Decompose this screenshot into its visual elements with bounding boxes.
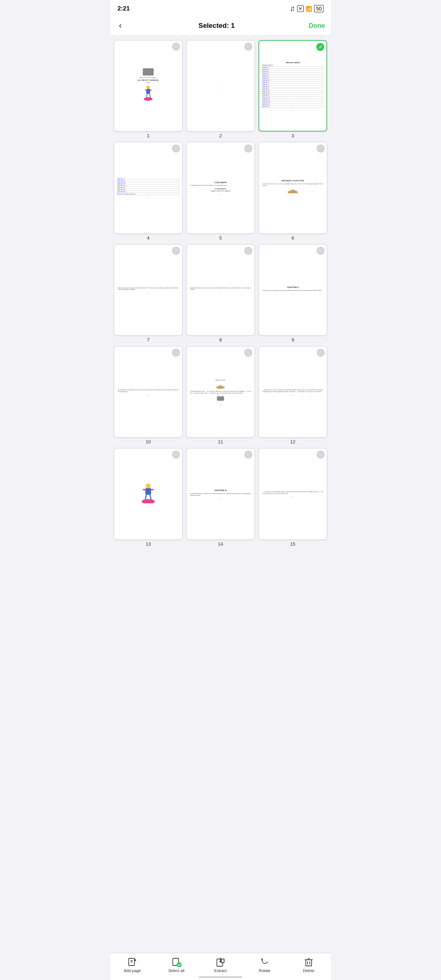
page-content-10: Se regardait donc cette apparition avec … (114, 347, 182, 437)
page-number-5: 5 (219, 235, 221, 241)
page-content-13: — 13 — (114, 449, 182, 539)
page-content-7: Elles m'ont répondu : « Pourquoi un chap… (114, 245, 182, 335)
status-time: 2:21 (118, 5, 130, 12)
page-item-7: Elles m'ont répondu : « Pourquoi un chap… (114, 244, 183, 342)
page-thumb-5[interactable]: À LÉON WERTH Je demande pardon aux enfan… (186, 142, 255, 234)
page-item-3: Table des matières PREMIER CHAPITRE.... … (258, 40, 327, 138)
status-bar: 2:21 ⮃ ✕ 📶 50 (110, 0, 331, 16)
status-icons: ⮃ ✕ 📶 50 (290, 5, 323, 12)
wifi-icon: 📶 (306, 6, 312, 11)
svg-line-17 (145, 495, 146, 500)
page-thumb-4[interactable]: CHAPITRE XXI.... CHAPITRE XXII.... CHAPI… (114, 142, 183, 234)
page-content-4: CHAPITRE XXI.... CHAPITRE XXII.... CHAPI… (114, 142, 182, 233)
page-number-6: 6 (291, 235, 294, 241)
svg-rect-2 (145, 90, 147, 91)
page-content-2: — 2 — (186, 40, 255, 131)
page-item-15: — Tu viens donc d'une autre planète ? Ma… (258, 448, 327, 546)
page-item-12: — Çà est trop vieux. Je veux un mouton q… (258, 346, 327, 444)
page-item-5: À LÉON WERTH Je demande pardon aux enfan… (186, 142, 255, 240)
back-button[interactable]: ‹ (116, 19, 124, 32)
bluetooth-icon: ⮃ (290, 6, 295, 11)
svg-line-18 (150, 495, 151, 500)
selection-circle-9[interactable] (317, 247, 325, 255)
page-thumb-6[interactable]: PREMIER CHAPITRE Lorsque j'avais six ans… (258, 142, 327, 234)
page-thumb-2[interactable]: — 2 — (186, 40, 255, 132)
svg-point-19 (142, 499, 155, 503)
svg-line-5 (150, 94, 150, 97)
page-number-3: 3 (291, 133, 294, 138)
svg-rect-10 (217, 396, 224, 401)
svg-rect-16 (151, 489, 154, 490)
page-content-5: À LÉON WERTH Je demande pardon aux enfan… (186, 142, 255, 233)
page-title: Selected: 1 (199, 22, 235, 30)
page-number-1: 1 (147, 133, 149, 138)
selection-circle-1[interactable] (172, 43, 180, 51)
page-content-1: Antoine de Saint-Exupéry LE PETIT PRINCE… (114, 40, 182, 131)
svg-point-6 (144, 97, 153, 101)
close-icon: ✕ (297, 5, 304, 12)
page-thumb-12[interactable]: — Çà est trop vieux. Je veux un mouton q… (258, 346, 327, 438)
selection-circle-7[interactable] (172, 247, 180, 255)
selection-circle-2[interactable] (244, 43, 252, 51)
page-number-4: 4 (147, 235, 149, 241)
page-content-3: Table des matières PREMIER CHAPITRE.... … (259, 41, 326, 131)
page-content-6: PREMIER CHAPITRE Lorsque j'avais six ans… (259, 142, 327, 233)
page-item-11: Alors j'ai dessiné. Il regarda attentive… (186, 346, 255, 444)
page-item-10: Se regardait donc cette apparition avec … (114, 346, 183, 444)
done-button[interactable]: Done (309, 22, 325, 30)
page-content-15: — Tu viens donc d'une autre planète ? Ma… (259, 449, 327, 539)
page-number-10: 10 (146, 439, 151, 444)
svg-point-0 (146, 86, 150, 89)
page-thumb-13[interactable]: — 13 — (114, 448, 183, 539)
page-item-1: Antoine de Saint-Exupéry LE PETIT PRINCE… (114, 40, 183, 138)
page-item-6: PREMIER CHAPITRE Lorsque j'avais six ans… (258, 142, 327, 240)
pages-grid: Antoine de Saint-Exupéry LE PETIT PRINCE… (110, 36, 331, 579)
selection-circle-3[interactable] (316, 43, 324, 51)
page-number-7: 7 (147, 337, 149, 342)
svg-rect-15 (143, 489, 146, 490)
page-number-14: 14 (218, 541, 223, 547)
page-thumb-1[interactable]: Antoine de Saint-Exupéry LE PETIT PRINCE… (114, 40, 183, 132)
page-item-14: CHAPITRE III Il me fallut longtemps pour… (186, 448, 255, 546)
page-thumb-7[interactable]: Elles m'ont répondu : « Pourquoi un chap… (114, 244, 183, 336)
selection-circle-8[interactable] (244, 247, 252, 255)
svg-point-8 (290, 190, 296, 192)
selection-circle-12[interactable] (317, 349, 325, 357)
selection-circle-11[interactable] (244, 349, 252, 357)
page-content-9: CHAPITRE II J'ai ainsi vécu seul, sans p… (259, 245, 327, 335)
page-thumb-10[interactable]: Se regardait donc cette apparition avec … (114, 346, 183, 438)
svg-rect-3 (150, 90, 152, 91)
page-number-2: 2 (219, 133, 221, 138)
page-thumb-9[interactable]: CHAPITRE II J'ai ainsi vécu seul, sans p… (258, 244, 327, 336)
svg-line-4 (146, 94, 147, 97)
svg-rect-1 (146, 89, 150, 94)
page-item-9: CHAPITRE II J'ai ainsi vécu seul, sans p… (258, 244, 327, 342)
battery-icon: 50 (314, 5, 323, 12)
svg-point-13 (146, 484, 151, 488)
selection-circle-10[interactable] (172, 349, 180, 357)
page-item-4: CHAPITRE XXI.... CHAPITRE XXII.... CHAPI… (114, 142, 183, 240)
page-content-11: Alors j'ai dessiné. Il regarda attentive… (186, 347, 255, 437)
page-number-11: 11 (218, 439, 223, 444)
nav-bar: ‹ Selected: 1 Done (110, 16, 331, 36)
page-thumb-8[interactable]: Quand j'en rencontrais une qui me parais… (186, 244, 255, 336)
page-item-8: Quand j'en rencontrais une qui me parais… (186, 244, 255, 342)
page-number-8: 8 (219, 337, 221, 342)
page-item-13: — 13 —13 (114, 448, 183, 546)
page-item-2: — 2 —2 (186, 40, 255, 138)
page-content-8: Quand j'en rencontrais une qui me parais… (186, 245, 255, 335)
page-number-15: 15 (290, 541, 295, 547)
page-number-12: 12 (290, 439, 295, 444)
page-content-12: — Çà est trop vieux. Je veux un mouton q… (259, 347, 327, 437)
page-number-9: 9 (291, 337, 294, 342)
page-number-13: 13 (146, 541, 151, 547)
page-thumb-11[interactable]: Alors j'ai dessiné. Il regarda attentive… (186, 346, 255, 438)
page-thumb-15[interactable]: — Tu viens donc d'une autre planète ? Ma… (258, 448, 327, 539)
svg-rect-14 (145, 488, 151, 495)
page-thumb-3[interactable]: Table des matières PREMIER CHAPITRE.... … (258, 40, 327, 132)
page-thumb-14[interactable]: CHAPITRE III Il me fallut longtemps pour… (186, 448, 255, 539)
page-content-14: CHAPITRE III Il me fallut longtemps pour… (186, 449, 255, 539)
